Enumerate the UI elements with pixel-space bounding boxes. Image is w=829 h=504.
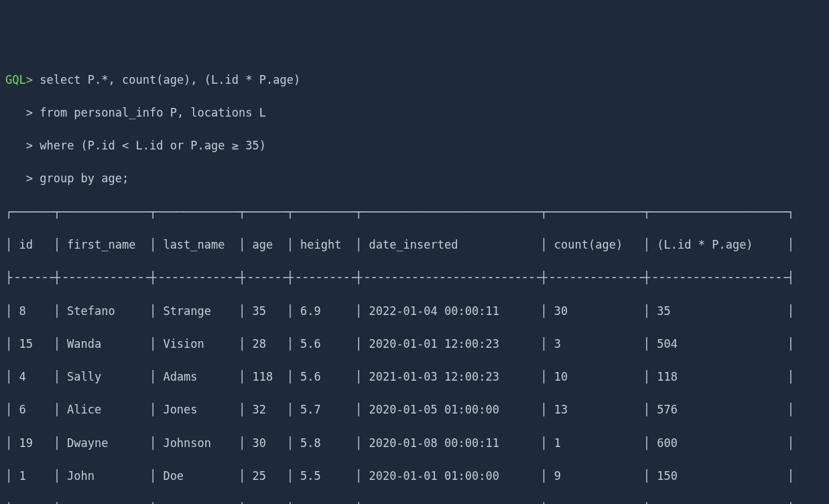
query-text: where (P.id < L.id or P.age ≥ 35) [33, 139, 266, 152]
table-sep: ├╶╶╶╶╶╶┼╶╶╶╶╶╶╶╶╶╶╶╶╶┼╶╶╶╶╶╶╶╶╶╶╶╶┼╶╶╶╶╶… [5, 269, 824, 286]
table-row: │ 4 │ Sally │ Adams │ 118 │ 5.6 │ 2021-0… [5, 369, 824, 385]
table-row: │ 8 │ Stefano │ Strange │ 35 │ 6.9 │ 202… [5, 303, 824, 320]
table-row: │ 6 │ Alice │ Jones │ 32 │ 5.7 │ 2020-01… [5, 401, 824, 418]
query-text: group by age; [33, 172, 129, 185]
query-line-3: > where (P.id < L.id or P.age ≥ 35) [5, 137, 824, 154]
cont-prompt: > [5, 106, 33, 119]
query-text: select P.*, count(age), (L.id * P.age) [33, 73, 300, 86]
table-row: │ 1 │ John │ Doe │ 25 │ 5.5 │ 2020-01-01… [5, 468, 824, 485]
table-header: │ id │ first_name │ last_name │ age │ he… [5, 237, 824, 253]
gql-prompt: GQL> [5, 73, 33, 86]
table-row: │ 15 │ Wanda │ Vision │ 28 │ 5.6 │ 2020-… [5, 336, 824, 353]
table-row: │ 19 │ Dwayne │ Johnson │ 30 │ 5.8 │ 202… [5, 435, 824, 452]
table-bottom-border: └╶╶╶╶╶╶┴╶╶╶╶╶╶╶╶╶╶╶╶╶┴╶╶╶╶╶╶╶╶╶╶╶╶┴╶╶╶╶╶… [5, 501, 824, 504]
query-line-1: GQL> select P.*, count(age), (L.id * P.a… [5, 72, 824, 88]
query-line-4: > group by age; [5, 170, 824, 187]
cont-prompt: > [5, 172, 33, 185]
query-text: from personal_info P, locations L [33, 106, 266, 119]
table-top-border: ┌──────┬─────────────┬────────────┬─────… [5, 204, 824, 220]
cont-prompt: > [5, 139, 33, 152]
query-line-2: > from personal_info P, locations L [5, 105, 824, 121]
